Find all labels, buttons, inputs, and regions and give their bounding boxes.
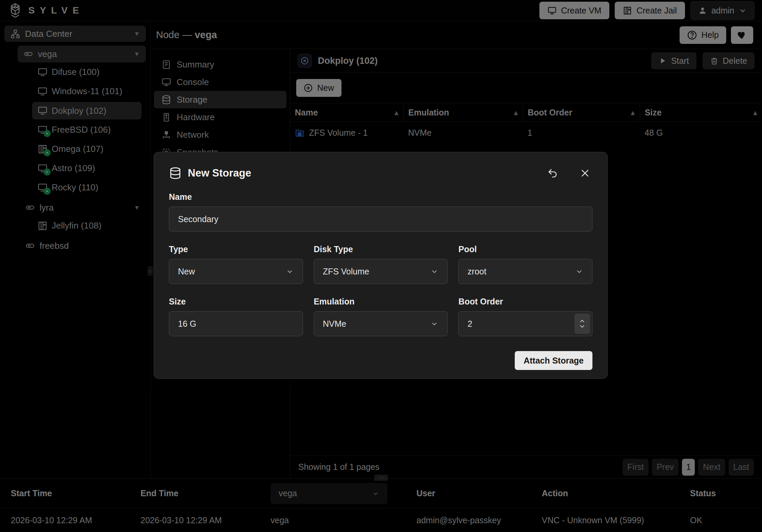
emulation-select[interactable]: NVMe [314, 311, 448, 336]
type-field-label: Type [169, 244, 303, 254]
size-field-label: Size [169, 297, 303, 307]
type-select[interactable]: New [169, 259, 303, 284]
close-modal-button[interactable] [578, 166, 592, 181]
boot-order-input[interactable] [458, 311, 592, 336]
number-stepper[interactable] [575, 314, 590, 334]
modal-title: New Storage [188, 167, 251, 179]
chevron-down-icon [430, 267, 438, 275]
storage-name-input[interactable] [169, 207, 592, 232]
chevron-down-icon [430, 320, 438, 328]
size-input[interactable] [169, 311, 303, 336]
emulation-field-label: Emulation [314, 297, 448, 307]
reset-form-button[interactable] [545, 166, 560, 181]
emulation-select-value: NVMe [323, 319, 346, 329]
pool-select-value: zroot [467, 267, 486, 276]
attach-storage-button[interactable]: Attach Storage [515, 351, 592, 370]
app-root: SYLVE Create VM Create Jail [0, 0, 762, 532]
chevron-down-icon [575, 267, 583, 275]
disk-type-select-value: ZFS Volume [323, 267, 370, 276]
new-storage-modal: New Storage Name Type New [154, 152, 608, 379]
pool-select[interactable]: zroot [458, 259, 592, 284]
type-select-value: New [178, 267, 195, 276]
disk-type-field-label: Disk Type [314, 244, 448, 254]
boot-order-field-label: Boot Order [458, 297, 592, 307]
storage-icon [169, 167, 182, 180]
disk-type-select[interactable]: ZFS Volume [314, 259, 448, 284]
pool-field-label: Pool [458, 244, 592, 254]
name-field-label: Name [169, 192, 592, 202]
chevron-down-icon [286, 267, 294, 275]
